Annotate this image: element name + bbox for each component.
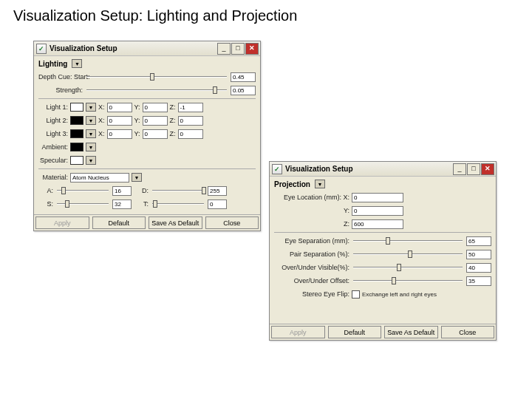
- flip-desc: Exchange left and right eyes: [362, 291, 437, 298]
- specular-dropdown[interactable]: ▼: [86, 156, 96, 165]
- close-dialog-button[interactable]: Close: [441, 326, 495, 338]
- ou-visible-val[interactable]: 40: [466, 263, 491, 273]
- app-icon: ✓: [272, 164, 282, 174]
- material-dropdown[interactable]: ▼: [132, 173, 142, 182]
- material-value[interactable]: Atom Nucleus: [70, 173, 129, 183]
- eye-y[interactable]: 0: [352, 206, 403, 216]
- light2-swatch[interactable]: [70, 116, 83, 125]
- eye-y-label: Y:: [274, 207, 349, 214]
- t-slider[interactable]: [152, 202, 204, 206]
- specular-swatch[interactable]: [70, 156, 83, 165]
- a-val[interactable]: 16: [112, 186, 132, 196]
- default-button[interactable]: Default: [328, 326, 382, 338]
- pair-sep-val[interactable]: 50: [466, 250, 491, 259]
- s-slider[interactable]: [57, 202, 109, 206]
- material-label: Material:: [38, 174, 68, 181]
- t-label: T:: [134, 200, 149, 208]
- light3-dropdown[interactable]: ▼: [86, 129, 96, 138]
- ambient-swatch[interactable]: [70, 143, 83, 151]
- l1x[interactable]: 0: [107, 103, 132, 112]
- depth-start-slider[interactable]: [86, 75, 227, 79]
- eye-loc-label: Eye Location (mm): X:: [274, 194, 349, 201]
- ou-offset-label: Over/Under Offset:: [274, 277, 349, 284]
- light1-label: Light 1:: [38, 103, 68, 111]
- ou-visible-slider[interactable]: [353, 265, 463, 270]
- window-title: Visualization Setup: [50, 44, 217, 52]
- maximize-button[interactable]: □: [467, 163, 480, 175]
- light3-label: Light 3:: [38, 130, 68, 137]
- section-dropdown[interactable]: ▼: [72, 59, 82, 68]
- pair-sep-label: Pair Separation (%):: [274, 250, 349, 258]
- eye-sep-val[interactable]: 65: [466, 236, 491, 246]
- minimize-button[interactable]: _: [217, 43, 231, 55]
- l1z[interactable]: -1: [178, 103, 203, 112]
- l3x[interactable]: 0: [107, 129, 132, 139]
- eye-sep-slider[interactable]: [353, 239, 463, 243]
- save-as-default-button[interactable]: Save As Default: [384, 326, 438, 338]
- d-label: D:: [134, 187, 149, 194]
- strength-label: Strength:: [38, 86, 83, 94]
- pair-sep-slider[interactable]: [353, 252, 463, 256]
- light2-label: Light 2:: [38, 117, 68, 124]
- d-val[interactable]: 255: [208, 186, 227, 196]
- titlebar[interactable]: ✓ Visualization Setup _ □ ✕: [270, 162, 496, 177]
- ou-offset-val[interactable]: 35: [466, 276, 491, 286]
- l3y[interactable]: 0: [143, 129, 168, 139]
- light1-swatch[interactable]: [70, 103, 83, 112]
- strength-slider[interactable]: [86, 88, 227, 92]
- ambient-dropdown[interactable]: ▼: [86, 143, 96, 151]
- flip-checkbox[interactable]: [352, 290, 360, 299]
- ambient-label: Ambient:: [38, 143, 68, 151]
- light2-dropdown[interactable]: ▼: [86, 116, 96, 125]
- eye-x[interactable]: 0: [352, 193, 403, 202]
- default-button[interactable]: Default: [92, 216, 146, 229]
- apply-button[interactable]: Apply: [271, 326, 325, 338]
- close-button[interactable]: ✕: [245, 43, 259, 55]
- eye-z[interactable]: 600: [352, 219, 403, 229]
- l2x[interactable]: 0: [107, 116, 132, 126]
- ou-offset-slider[interactable]: [353, 279, 463, 283]
- section-dropdown[interactable]: ▼: [315, 180, 325, 188]
- l2y[interactable]: 0: [143, 116, 168, 126]
- l3y-label: Y:: [134, 130, 140, 137]
- depth-start-value[interactable]: 0.45: [231, 72, 256, 82]
- d-slider[interactable]: [152, 188, 204, 193]
- page-title: Visualization Setup: Lighting and Projec…: [0, 0, 532, 24]
- close-dialog-button[interactable]: Close: [205, 216, 259, 229]
- ou-visible-label: Over/Under Visible(%):: [274, 264, 349, 271]
- light3-swatch[interactable]: [70, 129, 83, 138]
- projection-window: ✓ Visualization Setup _ □ ✕ Projection ▼…: [269, 161, 497, 341]
- l1y[interactable]: 0: [143, 103, 168, 112]
- l1z-label: Z:: [170, 103, 176, 111]
- l2x-label: X:: [98, 117, 105, 124]
- depth-cue-label: Depth Cue: Start:: [38, 73, 83, 81]
- l2z[interactable]: 0: [178, 116, 203, 126]
- save-as-default-button[interactable]: Save As Default: [149, 216, 202, 229]
- l1x-label: X:: [98, 103, 105, 111]
- l3z-label: Z:: [170, 130, 176, 137]
- a-label: A:: [38, 187, 53, 194]
- section-label: Lighting: [38, 60, 67, 68]
- minimize-button[interactable]: _: [453, 163, 466, 175]
- t-val[interactable]: 0: [208, 200, 227, 209]
- specular-label: Specular:: [38, 157, 68, 164]
- maximize-button[interactable]: □: [231, 43, 245, 55]
- section-label: Projection: [274, 180, 310, 188]
- s-val[interactable]: 32: [112, 200, 132, 209]
- l2y-label: Y:: [134, 117, 140, 124]
- close-button[interactable]: ✕: [481, 163, 494, 175]
- l3x-label: X:: [98, 130, 105, 137]
- a-slider[interactable]: [57, 188, 109, 193]
- strength-value[interactable]: 0.05: [231, 86, 256, 95]
- flip-label: Stereo Eye Flip:: [274, 290, 349, 298]
- l3z[interactable]: 0: [178, 129, 203, 139]
- l2z-label: Z:: [170, 117, 176, 124]
- apply-button[interactable]: Apply: [35, 216, 89, 229]
- l1y-label: Y:: [134, 103, 140, 111]
- window-title: Visualization Setup: [285, 165, 453, 173]
- app-icon: ✓: [36, 44, 47, 54]
- titlebar[interactable]: ✓ Visualization Setup _ □ ✕: [34, 41, 260, 56]
- light1-dropdown[interactable]: ▼: [86, 103, 96, 112]
- eye-z-label: Z:: [274, 220, 349, 228]
- eye-sep-label: Eye Separation (mm):: [274, 237, 349, 245]
